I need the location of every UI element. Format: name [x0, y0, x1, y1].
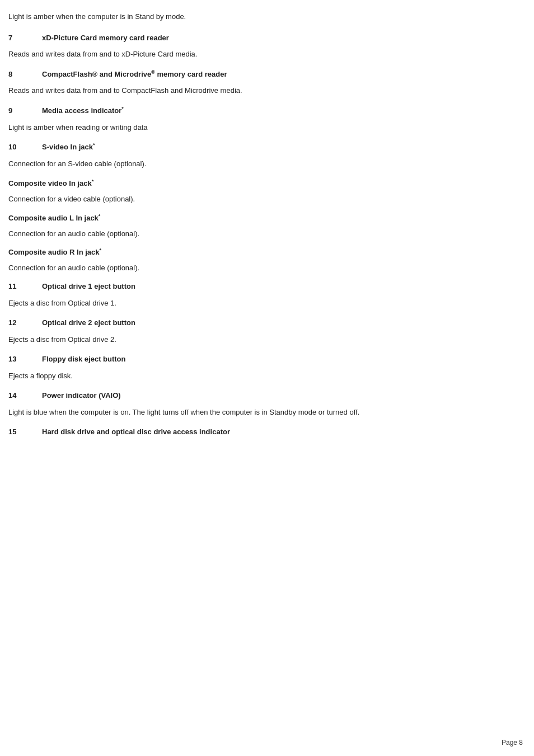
- sub-section-composite-video-desc: Connection for a video cable (optional).: [8, 194, 517, 205]
- section-8: 8 CompactFlash® and Microdrive® memory c…: [8, 69, 517, 96]
- section-14: 14 Power indicator (VAIO) Light is blue …: [8, 390, 517, 417]
- section-10-number: 10: [8, 142, 42, 153]
- section-9: 9 Media access indicator* Light is amber…: [8, 105, 517, 133]
- section-14-desc: Light is blue when the computer is on. T…: [8, 407, 517, 418]
- section-10: 10 S-video In jack* Connection for an S-…: [8, 142, 517, 169]
- section-13-title: Floppy disk eject button: [42, 354, 126, 365]
- section-14-header: 14 Power indicator (VAIO): [8, 390, 517, 401]
- sub-section-composite-video-header: Composite video In jack*: [8, 178, 517, 189]
- sub-section-audio-r: Composite audio R In jack* Connection fo…: [8, 247, 517, 273]
- section-11-desc: Ejects a disc from Optical drive 1.: [8, 298, 517, 309]
- section-9-title: Media access indicator*: [42, 105, 124, 116]
- section-14-number: 14: [8, 390, 42, 401]
- section-7-desc: Reads and writes data from and to xD-Pic…: [8, 49, 517, 60]
- section-10-desc: Connection for an S-video cable (optiona…: [8, 158, 517, 170]
- section-15-number: 15: [8, 426, 42, 438]
- section-15: 15 Hard disk drive and optical disc driv…: [8, 426, 517, 438]
- intro-text: Light is amber when the computer is in S…: [8, 11, 517, 22]
- section-13-desc: Ejects a floppy disk.: [8, 370, 517, 382]
- sub-section-audio-r-header: Composite audio R In jack*: [8, 247, 517, 258]
- section-8-header: 8 CompactFlash® and Microdrive® memory c…: [8, 69, 517, 80]
- section-9-number: 9: [8, 105, 42, 116]
- section-8-title: CompactFlash® and Microdrive® memory car…: [42, 69, 227, 80]
- section-10-title: S-video In jack*: [42, 142, 95, 153]
- section-12-desc: Ejects a disc from Optical drive 2.: [8, 334, 517, 345]
- section-7-number: 7: [8, 32, 42, 44]
- section-11-number: 11: [8, 281, 42, 292]
- section-13: 13 Floppy disk eject button Ejects a flo…: [8, 354, 517, 381]
- section-8-desc: Reads and writes data from and to Compac…: [8, 85, 517, 96]
- section-13-number: 13: [8, 354, 42, 365]
- section-7: 7 xD-Picture Card memory card reader Rea…: [8, 32, 517, 60]
- section-13-header: 13 Floppy disk eject button: [8, 354, 517, 365]
- section-12-header: 12 Optical drive 2 eject button: [8, 317, 517, 328]
- section-7-header: 7 xD-Picture Card memory card reader: [8, 32, 517, 44]
- section-15-title: Hard disk drive and optical disc drive a…: [42, 426, 230, 438]
- section-8-number: 8: [8, 69, 42, 80]
- section-9-header: 9 Media access indicator*: [8, 105, 517, 116]
- section-12: 12 Optical drive 2 eject button Ejects a…: [8, 317, 517, 345]
- section-12-title: Optical drive 2 eject button: [42, 317, 135, 328]
- sub-section-composite-video: Composite video In jack* Connection for …: [8, 178, 517, 204]
- sub-section-audio-l-header: Composite audio L In jack*: [8, 213, 517, 224]
- section-11-header: 11 Optical drive 1 eject button: [8, 281, 517, 292]
- section-14-title: Power indicator (VAIO): [42, 390, 121, 401]
- section-12-number: 12: [8, 317, 42, 328]
- sub-section-audio-l-desc: Connection for an audio cable (optional)…: [8, 228, 517, 240]
- section-11: 11 Optical drive 1 eject button Ejects a…: [8, 281, 517, 308]
- sub-section-audio-r-desc: Connection for an audio cable (optional)…: [8, 262, 517, 274]
- section-9-desc: Light is amber when reading or writing d…: [8, 122, 517, 133]
- section-11-title: Optical drive 1 eject button: [42, 281, 135, 292]
- section-15-header: 15 Hard disk drive and optical disc driv…: [8, 426, 517, 438]
- section-10-header: 10 S-video In jack*: [8, 142, 517, 153]
- sub-section-audio-l: Composite audio L In jack* Connection fo…: [8, 213, 517, 239]
- section-7-title: xD-Picture Card memory card reader: [42, 32, 169, 44]
